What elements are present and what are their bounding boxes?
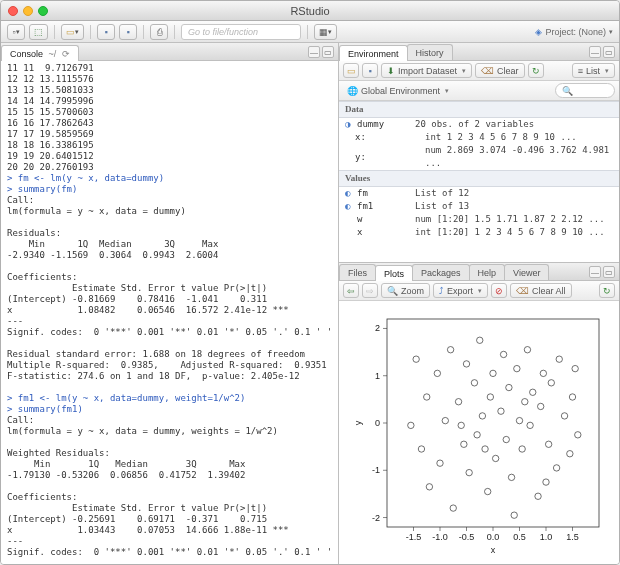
tab-plots[interactable]: Plots <box>375 265 413 281</box>
tab-files[interactable]: Files <box>339 264 376 280</box>
broom-icon: ⌫ <box>481 66 494 76</box>
svg-point-64 <box>548 379 554 385</box>
view-mode-button[interactable]: ≡List <box>572 63 615 78</box>
svg-point-53 <box>508 474 514 480</box>
export-plot-button[interactable]: ⤴Export <box>433 283 488 298</box>
svg-point-54 <box>514 365 520 371</box>
save-button[interactable]: ▪ <box>97 24 115 40</box>
var-name: w <box>357 213 362 226</box>
print-button[interactable]: ⎙ <box>150 24 168 40</box>
console-clear-icon[interactable]: ⟳ <box>62 49 70 59</box>
svg-point-55 <box>516 417 522 423</box>
next-plot-button[interactable]: ⇨ <box>362 283 378 298</box>
new-file-button[interactable]: ▫▾ <box>7 24 25 40</box>
save-icon: ▪ <box>104 27 107 37</box>
env-row-dummy[interactable]: ◑dummy 20 obs. of 2 variables <box>339 118 619 131</box>
tab-history[interactable]: History <box>407 44 453 60</box>
refresh-icon: ↻ <box>603 286 611 296</box>
env-section-data: Data <box>339 101 619 118</box>
clear-workspace-button[interactable]: ⌫Clear <box>475 63 525 78</box>
svg-text:-2: -2 <box>372 512 380 522</box>
minimize-pane-icon[interactable]: — <box>308 46 320 58</box>
svg-point-45 <box>485 488 491 494</box>
env-row-w[interactable]: w num [1:20] 1.5 1.71 1.87 2 2.12 ... <box>339 213 619 226</box>
import-dataset-button[interactable]: ⬇Import Dataset <box>381 63 472 78</box>
folder-open-icon: ▭ <box>347 66 356 76</box>
expand-icon[interactable]: ◐ <box>345 187 354 200</box>
svg-point-35 <box>447 346 453 352</box>
addins-button[interactable]: ▦▾ <box>314 24 337 40</box>
tab-help[interactable]: Help <box>469 264 506 280</box>
svg-point-74 <box>522 398 528 404</box>
console-text: Call: lm(formula = y ~ x, data = dummy, … <box>7 415 338 565</box>
var-value: List of 13 <box>415 200 613 213</box>
remove-plot-button[interactable]: ⊘ <box>491 283 507 298</box>
minimize-pane-icon[interactable]: — <box>589 266 601 278</box>
console-command: > fm <- lm(y ~ x, data=dummy) <box>7 173 164 183</box>
expand-icon[interactable]: ◐ <box>345 200 354 213</box>
svg-point-57 <box>524 346 530 352</box>
svg-point-49 <box>498 407 504 413</box>
svg-point-58 <box>527 422 533 428</box>
tab-viewer[interactable]: Viewer <box>504 264 549 280</box>
env-row-dummy-y: y: num 2.869 3.074 -0.496 3.762 4.981 ..… <box>349 144 619 170</box>
maximize-pane-icon[interactable]: ▭ <box>603 266 615 278</box>
svg-point-33 <box>437 459 443 465</box>
svg-point-27 <box>408 422 414 428</box>
console-command: > fm1 <- lm(y ~ x, data=dummy, weight=1/… <box>7 393 245 403</box>
var-name: x <box>357 226 362 239</box>
env-row-fm[interactable]: ◐fm List of 12 <box>339 187 619 200</box>
svg-point-40 <box>466 469 472 475</box>
refresh-button[interactable]: ↻ <box>528 63 544 78</box>
project-menu[interactable]: ◈Project: (None)▾ <box>535 27 613 37</box>
list-icon: ≡ <box>578 66 583 76</box>
svg-point-36 <box>450 504 456 510</box>
console-pane-header: Console ~/ ⟳ — ▭ <box>1 43 338 61</box>
svg-point-39 <box>463 360 469 366</box>
console-path: ~/ <box>49 49 57 59</box>
save-all-button[interactable]: ▪ <box>119 24 137 40</box>
environment-toolbar: ▭ ▪ ⬇Import Dataset ⌫Clear ↻ ≡List <box>339 61 619 81</box>
tab-console[interactable]: Console ~/ ⟳ <box>1 45 79 61</box>
svg-text:1.0: 1.0 <box>540 532 553 542</box>
save-workspace-button[interactable]: ▪ <box>362 63 378 78</box>
clear-all-plots-button[interactable]: ⌫Clear All <box>510 283 572 298</box>
svg-point-29 <box>418 445 424 451</box>
tab-environment[interactable]: Environment <box>339 45 408 61</box>
env-row-fm1[interactable]: ◐fm1 List of 13 <box>339 200 619 213</box>
refresh-plot-button[interactable]: ↻ <box>599 283 615 298</box>
new-project-button[interactable]: ⬚ <box>29 24 48 40</box>
svg-point-38 <box>461 441 467 447</box>
svg-text:-0.5: -0.5 <box>459 532 475 542</box>
plots-toolbar: ⇦ ⇨ 🔍Zoom ⤴Export ⊘ ⌫Clear All ↻ <box>339 281 619 301</box>
svg-point-69 <box>569 393 575 399</box>
maximize-pane-icon[interactable]: ▭ <box>322 46 334 58</box>
goto-file-function-input[interactable]: Go to file/function <box>181 24 301 40</box>
svg-text:0.0: 0.0 <box>487 532 500 542</box>
export-label: Export <box>447 286 473 296</box>
minimize-pane-icon[interactable]: — <box>589 46 601 58</box>
svg-point-44 <box>479 412 485 418</box>
expand-icon[interactable]: ◑ <box>345 118 354 131</box>
project-label: Project: (None) <box>545 27 606 37</box>
env-row-x[interactable]: x int [1:20] 1 2 3 4 5 6 7 8 9 10 ... <box>339 226 619 239</box>
svg-point-62 <box>540 370 546 376</box>
console-text: Call: lm(formula = y ~ x, data = dummy) … <box>7 195 338 381</box>
maximize-pane-icon[interactable]: ▭ <box>603 46 615 58</box>
environment-scope-bar: 🌐Global Environment 🔍 <box>339 81 619 101</box>
arrow-right-icon: ⇨ <box>366 286 374 296</box>
tab-packages[interactable]: Packages <box>412 264 470 280</box>
print-icon: ⎙ <box>157 27 162 37</box>
console-output[interactable]: 11 11 9.7126791 12 12 13.1115576 13 13 1… <box>1 61 338 565</box>
open-file-button[interactable]: ▭▾ <box>61 24 84 40</box>
svg-point-43 <box>477 337 483 343</box>
zoom-plot-button[interactable]: 🔍Zoom <box>381 283 430 298</box>
prev-plot-button[interactable]: ⇦ <box>343 283 359 298</box>
environment-search-input[interactable]: 🔍 <box>555 83 615 98</box>
svg-point-71 <box>575 431 581 437</box>
environment-scope-select[interactable]: 🌐Global Environment <box>343 86 453 96</box>
svg-rect-0 <box>387 319 599 527</box>
import-dataset-label: Import Dataset <box>398 66 457 76</box>
load-workspace-button[interactable]: ▭ <box>343 63 359 78</box>
window-titlebar: RStudio <box>1 1 619 21</box>
